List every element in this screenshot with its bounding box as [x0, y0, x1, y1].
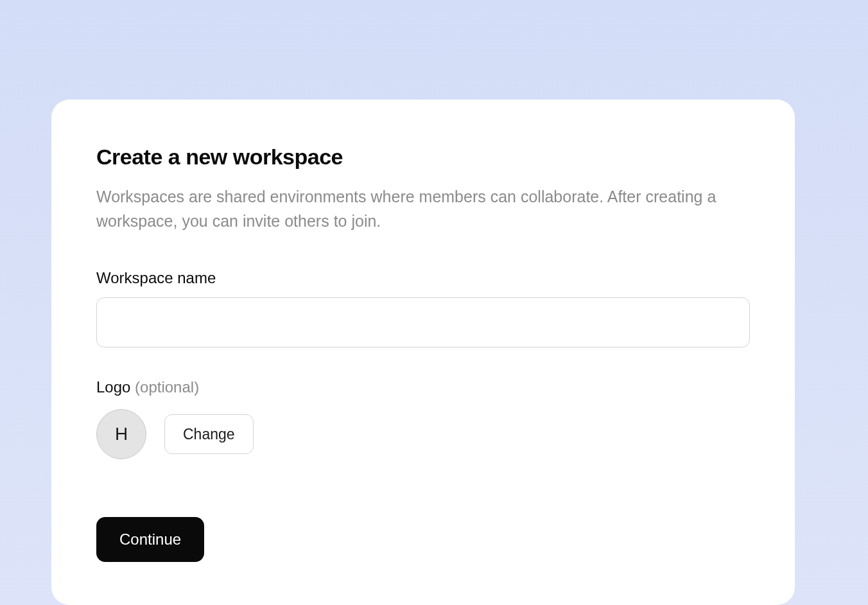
change-logo-button[interactable]: Change — [164, 414, 254, 454]
logo-label: Logo (optional) — [96, 378, 750, 396]
continue-button[interactable]: Continue — [96, 517, 204, 562]
logo-label-text: Logo — [96, 378, 135, 396]
logo-section: Logo (optional) H Change — [96, 378, 750, 459]
create-workspace-card: Create a new workspace Workspaces are sh… — [51, 100, 795, 605]
page-title: Create a new workspace — [96, 145, 750, 170]
workspace-name-input[interactable] — [96, 297, 750, 347]
logo-row: H Change — [96, 409, 750, 459]
workspace-avatar: H — [96, 409, 146, 459]
logo-optional-text: (optional) — [135, 378, 199, 396]
page-description: Workspaces are shared environments where… — [96, 185, 738, 233]
workspace-name-label: Workspace name — [96, 269, 750, 287]
